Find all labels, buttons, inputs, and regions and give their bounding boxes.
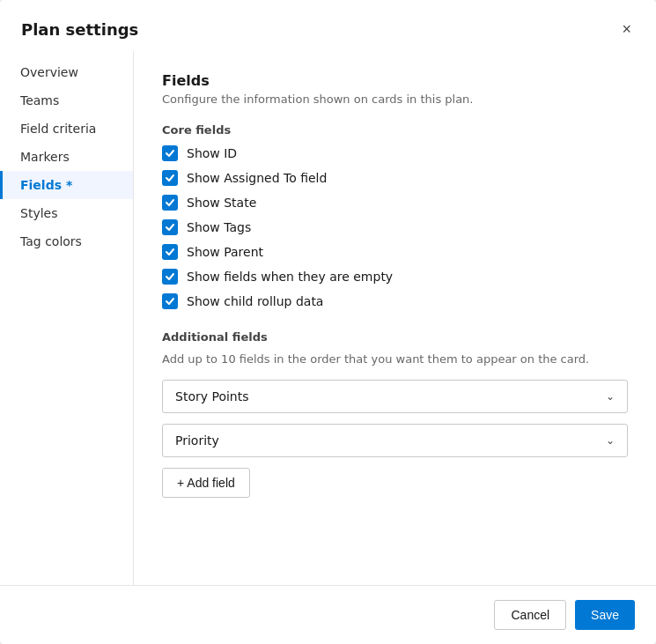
sidebar-item-fields[interactable]: Fields * xyxy=(0,171,133,199)
core-fields-list: Show ID Show Assigned To field xyxy=(162,145,628,309)
sidebar-item-overview[interactable]: Overview xyxy=(0,58,133,86)
close-button[interactable]: × xyxy=(618,18,635,41)
checkbox-row-show-state: Show State xyxy=(162,195,628,211)
chevron-down-icon-2: ⌄ xyxy=(606,434,615,447)
dropdown-story-points-value: Story Points xyxy=(175,389,249,403)
plan-settings-dialog: Plan settings × Overview Teams Field cri… xyxy=(0,0,656,644)
additional-fields-title: Additional fields xyxy=(162,330,628,344)
sidebar-item-field-criteria[interactable]: Field criteria xyxy=(0,115,133,143)
cancel-button[interactable]: Cancel xyxy=(494,600,566,630)
dialog-header: Plan settings × xyxy=(0,0,656,51)
checkbox-label-show-parent: Show Parent xyxy=(187,245,263,259)
chevron-down-icon: ⌄ xyxy=(606,390,615,403)
checkbox-show-tags[interactable] xyxy=(162,219,178,235)
dropdown-priority[interactable]: Priority ⌄ xyxy=(162,424,628,457)
checkbox-row-show-tags: Show Tags xyxy=(162,219,628,235)
checkbox-label-show-assigned: Show Assigned To field xyxy=(187,171,327,185)
save-button[interactable]: Save xyxy=(575,600,635,630)
sidebar: Overview Teams Field criteria Markers Fi… xyxy=(0,51,134,585)
checkbox-label-show-child-rollup: Show child rollup data xyxy=(187,294,323,308)
sidebar-item-teams[interactable]: Teams xyxy=(0,86,133,115)
checkbox-row-show-assigned: Show Assigned To field xyxy=(162,170,628,186)
fields-content: Fields Configure the information shown o… xyxy=(134,51,656,585)
checkbox-label-show-id: Show ID xyxy=(187,146,237,160)
checkbox-label-show-empty: Show fields when they are empty xyxy=(187,270,393,284)
checkbox-show-parent[interactable] xyxy=(162,244,178,260)
checkbox-row-show-empty: Show fields when they are empty xyxy=(162,269,628,285)
dialog-title: Plan settings xyxy=(21,20,138,39)
sidebar-item-styles[interactable]: Styles xyxy=(0,199,133,227)
section-description: Configure the information shown on cards… xyxy=(162,93,628,106)
checkbox-show-assigned[interactable] xyxy=(162,170,178,186)
sidebar-item-markers[interactable]: Markers xyxy=(0,143,133,171)
additional-fields-section: Additional fields Add up to 10 fields in… xyxy=(162,330,628,498)
additional-fields-desc: Add up to 10 fields in the order that yo… xyxy=(162,352,628,366)
checkbox-label-show-state: Show State xyxy=(187,196,256,210)
checkbox-show-empty[interactable] xyxy=(162,269,178,285)
checkbox-show-id[interactable] xyxy=(162,145,178,161)
dropdown-priority-value: Priority xyxy=(175,433,219,448)
checkbox-row-show-parent: Show Parent xyxy=(162,244,628,260)
checkbox-row-show-id: Show ID xyxy=(162,145,628,161)
checkbox-show-child-rollup[interactable] xyxy=(162,293,178,309)
sidebar-item-tag-colors[interactable]: Tag colors xyxy=(0,227,133,255)
core-fields-title: Core fields xyxy=(162,123,628,137)
checkbox-label-show-tags: Show Tags xyxy=(187,220,251,234)
dropdown-story-points[interactable]: Story Points ⌄ xyxy=(162,380,628,413)
dialog-body: Overview Teams Field criteria Markers Fi… xyxy=(0,51,656,585)
checkbox-show-state[interactable] xyxy=(162,195,178,211)
dialog-footer: Cancel Save xyxy=(0,585,656,644)
add-field-button[interactable]: + Add field xyxy=(162,468,250,498)
add-field-label: + Add field xyxy=(177,476,235,490)
section-title: Fields xyxy=(162,72,628,89)
checkbox-row-show-child-rollup: Show child rollup data xyxy=(162,293,628,309)
